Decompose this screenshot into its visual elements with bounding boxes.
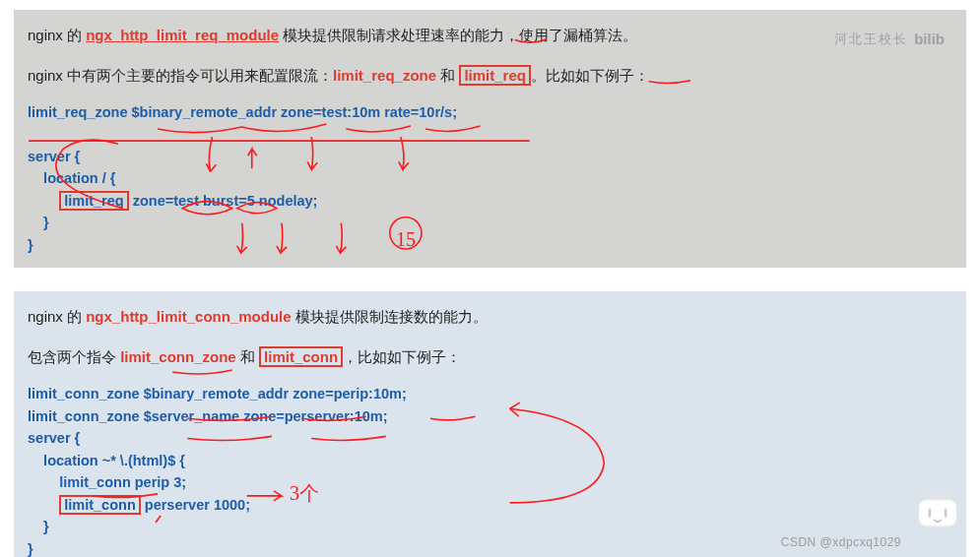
code-block-conn: limit_conn_zone $binary_remote_addr zone…	[28, 383, 952, 557]
directive-zone: limit_req_zone	[333, 67, 436, 84]
code-line: location / {	[28, 170, 115, 186]
text: 模块提供限制连接数的能力。	[292, 308, 488, 325]
module-name: ngx_http_limit_req_module	[86, 27, 279, 43]
text: 包含两个指令	[28, 348, 120, 365]
code-line: }	[28, 541, 33, 557]
code-limit-req: limit_req	[59, 191, 128, 211]
code-indent	[28, 193, 59, 209]
code-line: }	[28, 519, 49, 534]
watermark-top: 河北王校长 bilib	[834, 26, 945, 54]
code-line: }	[28, 237, 33, 253]
code-line: perserver 1000;	[141, 497, 250, 513]
text: nginx 中有两个主要的指令可以用来配置限流：	[28, 67, 333, 84]
code-limit-conn: limit_conn	[59, 495, 141, 515]
watermark-csdn: CSDN @xdpcxq1029	[781, 535, 901, 549]
code-indent	[28, 497, 59, 513]
bilibili-logo-text: bilib	[914, 26, 945, 54]
annot-3ge: 3个	[290, 474, 319, 512]
module-name-conn: ngx_http_limit_conn_module	[86, 308, 291, 325]
code-line: limit_conn_zone $binary_remote_addr zone…	[28, 386, 407, 402]
code-line: limit_req_zone $binary_remote_addr zone=…	[28, 104, 457, 120]
block-limit-conn: nginx 的 ngx_http_limit_conn_module 模块提供限…	[14, 291, 966, 557]
text: 。比如如下例子：	[531, 67, 649, 84]
code-line: }	[28, 215, 49, 230]
code-line: limit_conn perip 3;	[28, 474, 186, 490]
para-directives-conn: 包含两个指令 limit_conn_zone 和 limit_conn，比如如下…	[28, 343, 952, 372]
text: nginx 的	[28, 308, 86, 325]
code-line: server {	[28, 149, 80, 164]
code-block-req: limit_req_zone $binary_remote_addr zone=…	[28, 101, 952, 256]
text: 模块提供限制请求处理速率的能力，使用了漏桶算法。	[279, 27, 637, 43]
bilibili-tv-icon	[913, 488, 962, 531]
code-line: limit_conn_zone $server_name zone=perser…	[28, 408, 388, 424]
svg-line-3	[928, 491, 935, 499]
text: nginx 的	[28, 27, 86, 43]
directive-limit-req: limit_req	[459, 65, 531, 86]
code-line: server {	[28, 430, 80, 446]
text: 和	[236, 348, 259, 365]
block-limit-req: 河北王校长 bilib nginx 的 ngx_http_limit_req_m…	[14, 10, 966, 268]
para-intro-req: nginx 的 ngx_http_limit_req_module 模块提供限制…	[28, 22, 952, 50]
text: ，比如如下例子：	[343, 348, 461, 365]
text: 和	[436, 67, 459, 84]
svg-line-4	[941, 491, 947, 499]
annot-15: 15	[396, 220, 416, 258]
code-line: location ~* \.(html)$ {	[28, 453, 185, 468]
para-directives-req: nginx 中有两个主要的指令可以用来配置限流：limit_req_zone 和…	[28, 62, 952, 91]
directive-limit-conn: limit_conn	[259, 346, 343, 367]
directive-conn-zone: limit_conn_zone	[120, 348, 236, 365]
para-intro-conn: nginx 的 ngx_http_limit_conn_module 模块提供限…	[28, 303, 952, 332]
watermark-author: 河北王校长	[834, 28, 908, 52]
code-line: zone=test burst=5 nodelay;	[129, 193, 318, 209]
